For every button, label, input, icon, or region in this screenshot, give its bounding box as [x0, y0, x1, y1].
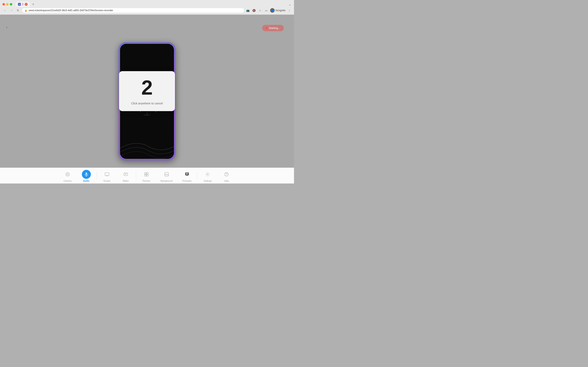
tab-bar: v 2 ✕ + — [16, 2, 36, 7]
toolbar-item-camera[interactable]: Camera — [58, 170, 77, 182]
address-bar[interactable]: 🔒 veed.io/workspaces/22ce6d2f-38c5-4df1-… — [22, 8, 244, 13]
svg-rect-5 — [105, 173, 109, 175]
slides-icon-wrap — [121, 170, 130, 179]
back-button[interactable]: ← — [2, 8, 7, 13]
countdown-overlay[interactable]: 2 Click anywhere to cancel — [0, 15, 294, 167]
title-bar: v 2 ✕ + ⌄ — [0, 0, 294, 7]
slides-icon — [123, 172, 128, 177]
reload-button[interactable]: ↻ — [16, 8, 20, 13]
browser-menu-dots[interactable]: ⋮ — [287, 8, 292, 13]
sidebar-button[interactable]: ▭ — [264, 8, 268, 13]
background-icon — [164, 172, 169, 177]
camera-label: Camera — [63, 180, 71, 182]
audio-icon-wrap — [82, 170, 91, 179]
bookmark-button[interactable]: ☆ — [258, 8, 262, 13]
svg-rect-14 — [147, 175, 148, 176]
incognito-avatar: 👤 — [270, 8, 275, 13]
prompter-icon — [185, 172, 190, 177]
minimize-window-button[interactable] — [6, 3, 9, 6]
toolbar-divider-3 — [197, 172, 198, 180]
svg-point-0 — [66, 173, 69, 176]
toolbar-item-slides[interactable]: Slides — [116, 170, 135, 182]
screen-icon-wrap — [103, 170, 112, 179]
countdown-card: 2 Click anywhere to cancel — [119, 71, 175, 111]
toolbar-item-background[interactable]: Background — [156, 170, 178, 182]
traffic-lights — [2, 3, 12, 6]
omnibar-actions: 📺 🔇 ☆ ▭ 👤 Incognito ⋮ — [246, 8, 292, 13]
toolbar-item-screen[interactable]: Screen — [98, 170, 116, 182]
tab-favicon: v — [18, 3, 21, 6]
camera-icon — [65, 172, 70, 177]
slides-label: Slides — [123, 180, 129, 182]
prompter-label: Prompter — [182, 180, 191, 182]
themes-icon — [144, 172, 149, 177]
toolbar-item-prompter[interactable]: Prompter — [177, 170, 196, 182]
maximize-window-button[interactable] — [10, 3, 12, 6]
toolbar-item-settings[interactable]: Settings — [198, 170, 217, 182]
page-content: ‹ Starting... — [0, 15, 294, 184]
themes-icon-wrap — [142, 170, 151, 179]
bottom-toolbar: Camera Audio Screen — [0, 167, 294, 184]
browser-menu-button[interactable]: ⌄ — [288, 2, 292, 6]
settings-label: Settings — [204, 180, 212, 182]
mute-button[interactable]: 🔇 — [252, 8, 256, 13]
help-icon-wrap — [222, 170, 231, 179]
toolbar-item-help[interactable]: Help — [217, 170, 236, 182]
tab-title: 2 — [22, 3, 24, 6]
new-tab-button[interactable]: + — [31, 2, 36, 7]
background-icon-wrap — [162, 170, 171, 179]
countdown-number: 2 — [131, 77, 163, 98]
omnibar: ← → ↻ 🔒 veed.io/workspaces/22ce6d2f-38c5… — [0, 7, 294, 15]
camera-icon-wrap — [63, 170, 72, 179]
prompter-icon-wrap — [182, 170, 191, 179]
svg-rect-11 — [145, 173, 146, 174]
active-tab[interactable]: v 2 ✕ — [16, 2, 30, 7]
toolbar-divider-1 — [96, 172, 97, 180]
incognito-badge: 👤 Incognito — [270, 8, 285, 13]
svg-rect-13 — [145, 175, 146, 176]
themes-label: Themes — [142, 180, 150, 182]
lock-icon: 🔒 — [25, 9, 27, 12]
toolbar-item-audio[interactable]: Audio — [77, 170, 96, 182]
cast-button[interactable]: 📺 — [246, 8, 250, 13]
settings-icon — [205, 172, 210, 177]
browser-chrome: v 2 ✕ + ⌄ ← → ↻ 🔒 veed.io/workspaces/22c… — [0, 0, 294, 15]
tab-close-button[interactable]: ✕ — [25, 3, 27, 6]
countdown-hint: Click anywhere to cancel — [131, 102, 163, 105]
settings-icon-wrap — [203, 170, 212, 179]
svg-point-1 — [67, 174, 68, 175]
incognito-label: Incognito — [276, 9, 285, 12]
svg-point-19 — [207, 174, 208, 175]
forward-button[interactable]: → — [9, 8, 14, 13]
audio-label: Audio — [83, 180, 89, 182]
svg-rect-2 — [86, 173, 87, 175]
svg-rect-12 — [147, 173, 148, 174]
svg-point-21 — [226, 175, 227, 175]
help-icon — [224, 172, 229, 177]
background-label: Background — [161, 180, 173, 182]
help-label: Help — [224, 180, 229, 182]
close-window-button[interactable] — [2, 3, 5, 6]
audio-icon — [84, 172, 89, 177]
url-text: veed.io/workspaces/22ce6d2f-38c5-4df1-a8… — [29, 9, 113, 12]
screen-icon — [104, 172, 109, 177]
toolbar-item-themes[interactable]: Themes — [137, 170, 156, 182]
screen-label: Screen — [103, 180, 111, 182]
